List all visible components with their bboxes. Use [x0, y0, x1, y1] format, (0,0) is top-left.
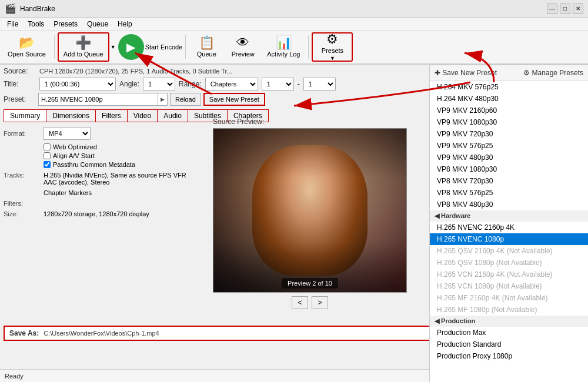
- preset-item-production-standard[interactable]: Production Standard: [430, 339, 588, 350]
- presets-label: Presets: [322, 47, 343, 54]
- chapters-value: Chapter Markers: [44, 189, 92, 196]
- preset-item-h265-nvenc-1080p[interactable]: H.265 NVENC 1080p: [430, 233, 588, 245]
- toolbar: 📂 Open Source ➕ Add to Queue ▼ ▶ Start E…: [0, 31, 588, 65]
- menu-file[interactable]: File: [2, 19, 23, 29]
- presets-arrow-icon: ▼: [330, 55, 335, 61]
- preset-item-vp8-mkv-1080p30[interactable]: VP8 MKV 1080p30: [430, 163, 588, 175]
- add-to-queue-icon: ➕: [75, 36, 91, 49]
- preset-category-cat-hardware[interactable]: ◀ Hardware: [430, 210, 588, 222]
- preset-item-vp9-mkv-480p30[interactable]: VP9 MKV 480p30: [430, 152, 588, 163]
- preset-item-h265-vcn-1080p[interactable]: H.265 VCN 1080p (Not Available): [430, 280, 588, 292]
- filters-label: Filters:: [4, 200, 39, 207]
- preset-item-production-proxy-1080p[interactable]: Production Proxy 1080p: [430, 350, 588, 362]
- preset-item-vp9-mkv-2160p60[interactable]: VP9 MKV 2160p60: [430, 105, 588, 116]
- add-to-queue-dropdown[interactable]: ▼: [109, 44, 117, 50]
- tab-audio[interactable]: Audio: [158, 110, 188, 122]
- preset-item-h265-qsv-2160p-4k[interactable]: H.265 QSV 2160p 4K (Not Available): [430, 245, 588, 257]
- preset-item-h264-mkv-576p25[interactable]: H.264 MKV 576p25: [430, 81, 588, 93]
- start-encode-label: Start Encode: [145, 43, 183, 51]
- range-select[interactable]: Chapters: [205, 78, 258, 91]
- save-preset-button[interactable]: Save New Preset: [203, 93, 265, 106]
- preset-item-vp9-mkv-720p30[interactable]: VP9 MKV 720p30: [430, 128, 588, 140]
- web-optimized-checkbox[interactable]: [44, 143, 51, 150]
- reload-button[interactable]: Reload: [170, 93, 201, 106]
- preview-badge: Preview 2 of 10: [282, 278, 338, 289]
- source-preview-area: Source Preview: Preview 2 of 10 < >: [213, 118, 407, 309]
- range-from-select[interactable]: 1: [262, 78, 294, 91]
- align-av-checkbox[interactable]: [44, 152, 51, 159]
- toolbar-separator-1: [54, 35, 55, 59]
- activity-log-label: Activity Log: [267, 51, 300, 58]
- minimize-button[interactable]: —: [547, 4, 557, 14]
- range-label: Range:: [179, 80, 202, 88]
- start-encode-icon: ▶: [126, 41, 135, 53]
- preset-item-h265-mf-2160p-4k[interactable]: H.265 MF 2160p 4K (Not Available): [430, 292, 588, 304]
- presets-manage-button[interactable]: ⚙ Manage Presets: [523, 69, 583, 77]
- preview-next-button[interactable]: >: [312, 296, 328, 309]
- tab-filters[interactable]: Filters: [96, 110, 128, 122]
- preview-icon: 👁: [236, 36, 249, 49]
- save-as-label: Save As:: [9, 329, 39, 337]
- preset-dropdown-arrow[interactable]: ▶: [158, 93, 167, 105]
- angle-label: Angle:: [119, 80, 139, 88]
- maximize-button[interactable]: □: [560, 4, 570, 14]
- title-label: Title:: [4, 80, 36, 88]
- queue-label: Queue: [197, 51, 216, 58]
- open-source-button[interactable]: 📂 Open Source: [2, 32, 51, 62]
- add-to-queue-group: ➕ Add to Queue ▼: [58, 32, 117, 62]
- preset-input[interactable]: [39, 96, 158, 103]
- menu-tools[interactable]: Tools: [23, 19, 49, 29]
- tracks-label: Tracks:: [4, 172, 39, 179]
- add-to-queue-label: Add to Queue: [64, 51, 103, 58]
- preset-item-vp8-mkv-480p30[interactable]: VP8 MKV 480p30: [430, 199, 588, 210]
- preset-item-h264-mkv-480p30[interactable]: H.264 MKV 480p30: [430, 93, 588, 105]
- add-to-queue-button[interactable]: ➕ Add to Queue: [58, 32, 109, 62]
- preset-item-production-max[interactable]: Production Max: [430, 327, 588, 339]
- presets-add-button[interactable]: ✚ Save New Preset: [435, 69, 497, 77]
- activity-log-button[interactable]: 📊 Activity Log: [262, 32, 305, 62]
- app-title: HandBrake: [20, 5, 55, 13]
- preset-item-vp9-mkv-576p25[interactable]: VP9 MKV 576p25: [430, 140, 588, 152]
- menu-presets[interactable]: Presets: [49, 19, 82, 29]
- menu-help[interactable]: Help: [113, 19, 137, 29]
- preset-category-cat-production[interactable]: ◀ Production: [430, 316, 588, 327]
- align-av-label: Align A/V Start: [53, 152, 95, 159]
- source-label: Source:: [4, 67, 36, 75]
- open-source-label: Open Source: [8, 51, 46, 58]
- tracks-value1: H.265 (Nvidia NVEnc), Same as source FPS…: [44, 172, 186, 179]
- preset-item-vp9-mkv-1080p30[interactable]: VP9 MKV 1080p30: [430, 116, 588, 128]
- presets-manage-label: ⚙ Manage Presets: [523, 69, 583, 77]
- preview-navigation: < >: [213, 296, 407, 309]
- toolbar-separator-3: [308, 35, 309, 59]
- preset-select-wrap[interactable]: ▶: [38, 93, 168, 106]
- source-value: CPH 1280x720 (1280x720), 25 FPS, 1 Audio…: [39, 68, 232, 75]
- app-icon: 🎬: [5, 3, 16, 14]
- preset-item-vp8-mkv-720p30[interactable]: VP8 MKV 720p30: [430, 175, 588, 187]
- presets-icon: ⚙: [326, 33, 338, 46]
- tab-dimensions[interactable]: Dimensions: [46, 110, 96, 122]
- range-to-select[interactable]: 1: [303, 78, 336, 91]
- presets-header: ✚ Save New Preset ⚙ Manage Presets: [430, 65, 588, 81]
- preset-item-h265-vcn-2160p-4k[interactable]: H.265 VCN 2160p 4K (Not Available): [430, 269, 588, 280]
- format-select[interactable]: MP4: [44, 127, 91, 140]
- preview-button[interactable]: 👁 Preview: [225, 32, 260, 62]
- presets-button[interactable]: ⚙ Presets ▼: [312, 32, 353, 62]
- preview-prev-button[interactable]: <: [292, 296, 308, 309]
- activity-log-icon: 📊: [276, 36, 292, 49]
- preset-item-h265-mf-1080p[interactable]: H.265 MF 1080p (Not Available): [430, 304, 588, 316]
- preset-item-vp8-mkv-576p25[interactable]: VP8 MKV 576p25: [430, 187, 588, 199]
- tab-video[interactable]: Video: [128, 110, 158, 122]
- passthru-checkbox[interactable]: [44, 161, 51, 168]
- tab-summary[interactable]: Summary: [4, 110, 46, 122]
- angle-select[interactable]: 1: [143, 78, 175, 91]
- close-button[interactable]: ✕: [573, 4, 583, 14]
- menu-queue[interactable]: Queue: [82, 19, 113, 29]
- start-encode-button[interactable]: ▶: [118, 34, 144, 60]
- preset-item-h265-qsv-1080p[interactable]: H.265 QSV 1080p (Not Available): [430, 257, 588, 269]
- preset-item-h265-nvenc-2160p-4k[interactable]: H.265 NVENC 2160p 4K: [430, 222, 588, 233]
- open-source-icon: 📂: [19, 36, 35, 49]
- queue-button[interactable]: 📋 Queue: [189, 32, 224, 62]
- web-optimized-label: Web Optimized: [53, 143, 97, 150]
- title-select[interactable]: 1 (00:00:36): [39, 78, 116, 91]
- preset-label: Preset:: [4, 95, 36, 103]
